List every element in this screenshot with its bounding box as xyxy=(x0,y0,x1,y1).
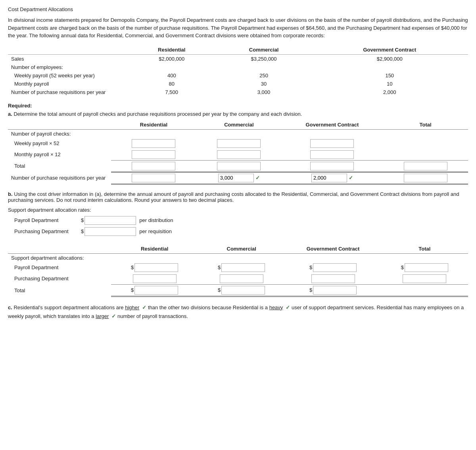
payroll-dept-rate-row: Payroll Department $ per distribution xyxy=(8,216,468,225)
row-purchase-req-label: Number of purchase requisitions per year xyxy=(8,88,127,96)
payroll-alloc-commercial-input[interactable] xyxy=(221,263,265,272)
part-c-answer1: higher xyxy=(125,303,139,312)
row-weekly-payroll-label: Weekly payroll (52 weeks per year) xyxy=(8,71,127,80)
per-requisition-label: per requisition xyxy=(139,228,172,234)
total-res-dollar: $ xyxy=(131,287,134,293)
row-num-employees-label: Number of employees: xyxy=(8,63,127,71)
part-a-weekly-label: Weekly payroll × 52 xyxy=(8,138,111,149)
purchasing-dept-rate-row: Purchasing Department $ per requisition xyxy=(8,227,468,236)
row-weekly-payroll-commercial: 250 xyxy=(217,71,311,80)
check-c1: ✓ xyxy=(142,303,146,312)
check-c3: ✓ xyxy=(111,312,116,321)
part-a-monthly-commercial-input[interactable] xyxy=(217,150,261,159)
part-a-total-residential-input[interactable] xyxy=(132,162,175,170)
part-a-total-label: Total xyxy=(8,160,111,172)
page-title: Cost Department Allocations xyxy=(8,6,468,12)
part-a-purchase-residential-input[interactable] xyxy=(132,174,175,182)
row-purchase-req-gov: 2,000 xyxy=(311,88,468,96)
part-b-header-residential: Residential xyxy=(111,244,198,254)
purchasing-alloc-total-input[interactable] xyxy=(403,274,446,283)
row-monthly-payroll-gov: 10 xyxy=(311,80,468,88)
part-a-monthly-label: Monthly payroll × 12 xyxy=(8,149,111,161)
part-b-total-row-label: Total xyxy=(8,284,111,296)
part-a-monthly-residential-input[interactable] xyxy=(132,150,175,159)
row-sales-commercial: $3,250,000 xyxy=(217,54,311,63)
part-a-purchase-gov-input[interactable] xyxy=(311,174,347,182)
payroll-alloc-gov-input[interactable] xyxy=(313,263,357,272)
part-b-payroll-row-label: Payroll Department xyxy=(8,262,111,273)
row-monthly-payroll-residential: 80 xyxy=(127,80,217,88)
col-header-commercial: Commercial xyxy=(217,45,311,55)
part-a-weekly-residential-input[interactable] xyxy=(132,139,175,148)
total-alloc-commercial-input[interactable] xyxy=(221,286,265,295)
row-sales-gov: $2,900,000 xyxy=(311,54,468,63)
payroll-alloc-total-input[interactable] xyxy=(405,263,448,272)
part-a-text: a. Determine the total amount of payroll… xyxy=(8,111,468,117)
required-label: Required: xyxy=(8,103,468,109)
part-a-header-commercial: Commercial xyxy=(196,120,282,130)
part-a-table: Residential Commercial Government Contra… xyxy=(8,120,468,185)
payroll-dept-label: Payroll Department xyxy=(14,217,78,223)
part-a-header-total: Total xyxy=(383,120,468,130)
payroll-dollar-sign: $ xyxy=(81,217,84,223)
part-b-alloc-table: Residential Commercial Government Contra… xyxy=(8,244,468,297)
part-a-monthly-gov-input[interactable] xyxy=(310,150,354,159)
part-b-header-total: Total xyxy=(381,244,468,254)
per-distribution-label: per distribution xyxy=(139,217,173,223)
row-sales-label: Sales xyxy=(8,54,127,63)
total-alloc-residential-input[interactable] xyxy=(134,286,178,295)
part-b-header-commercial: Commercial xyxy=(198,244,285,254)
row-weekly-payroll-gov: 150 xyxy=(311,71,468,80)
payroll-alloc-residential-input[interactable] xyxy=(134,263,178,272)
check-c2: ✓ xyxy=(286,303,290,312)
purchasing-dollar-sign: $ xyxy=(81,228,84,234)
purchasing-rate-input[interactable] xyxy=(84,227,136,236)
col-header-gov: Government Contract xyxy=(311,45,468,55)
part-b-text: b. Using the cost driver information in … xyxy=(8,191,468,203)
purchasing-dept-label: Purchasing Department xyxy=(14,228,78,234)
total-com-dollar: $ xyxy=(218,287,221,293)
part-a-total-total-input[interactable] xyxy=(404,162,447,170)
row-sales-residential: $2,000,000 xyxy=(127,54,217,63)
part-c-answer3: larger xyxy=(96,312,109,321)
part-c-text: c. Residential's support department allo… xyxy=(8,303,468,321)
part-a-purchase-commercial-input[interactable] xyxy=(218,174,254,182)
col-header-residential: Residential xyxy=(127,45,217,55)
part-a-section-label: Number of payroll checks: xyxy=(8,129,111,138)
part-a-weekly-commercial-input[interactable] xyxy=(217,139,261,148)
part-a-purchase-req-label: Number of purchase requisitions per year xyxy=(8,172,111,184)
part-a-header-gov: Government Contract xyxy=(282,120,383,130)
row-weekly-payroll-residential: 400 xyxy=(127,71,217,80)
total-gov-dollar: $ xyxy=(309,287,312,293)
part-c-answer2: heavy xyxy=(269,303,283,312)
check-gov-purchase: ✓ xyxy=(349,175,353,181)
payroll-com-dollar: $ xyxy=(218,264,221,270)
purchasing-alloc-residential-input[interactable] xyxy=(133,274,177,283)
row-purchase-req-residential: 7,500 xyxy=(127,88,217,96)
row-monthly-payroll-commercial: 30 xyxy=(217,80,311,88)
payroll-gov-dollar: $ xyxy=(309,264,312,270)
purchasing-alloc-commercial-input[interactable] xyxy=(220,274,263,283)
support-dept-alloc-rates-label: Support department allocation rates: xyxy=(8,207,468,213)
payroll-total-dollar: $ xyxy=(401,264,404,270)
purchasing-alloc-gov-input[interactable] xyxy=(311,274,355,283)
part-b-header-gov: Government Contract xyxy=(285,244,381,254)
part-a-header-residential: Residential xyxy=(111,120,196,130)
part-a-total-commercial-input[interactable] xyxy=(217,162,261,170)
part-a-purchase-total-input[interactable] xyxy=(404,174,447,182)
top-data-table: Residential Commercial Government Contra… xyxy=(8,45,468,96)
part-a-weekly-gov-input[interactable] xyxy=(310,139,354,148)
payroll-rate-input[interactable] xyxy=(84,216,136,225)
row-purchase-req-commercial: 3,000 xyxy=(217,88,311,96)
support-alloc-label: Support department allocations: xyxy=(8,253,111,262)
intro-text: In divisional income statements prepared… xyxy=(8,16,468,40)
total-alloc-gov-input[interactable] xyxy=(313,286,357,295)
row-monthly-payroll-label: Monthly payroll xyxy=(8,80,127,88)
part-a-total-gov-input[interactable] xyxy=(310,162,354,170)
check-commercial-purchase: ✓ xyxy=(255,175,260,181)
part-b-purchasing-row-label: Purchasing Department xyxy=(8,273,111,285)
payroll-res-dollar: $ xyxy=(131,264,134,270)
